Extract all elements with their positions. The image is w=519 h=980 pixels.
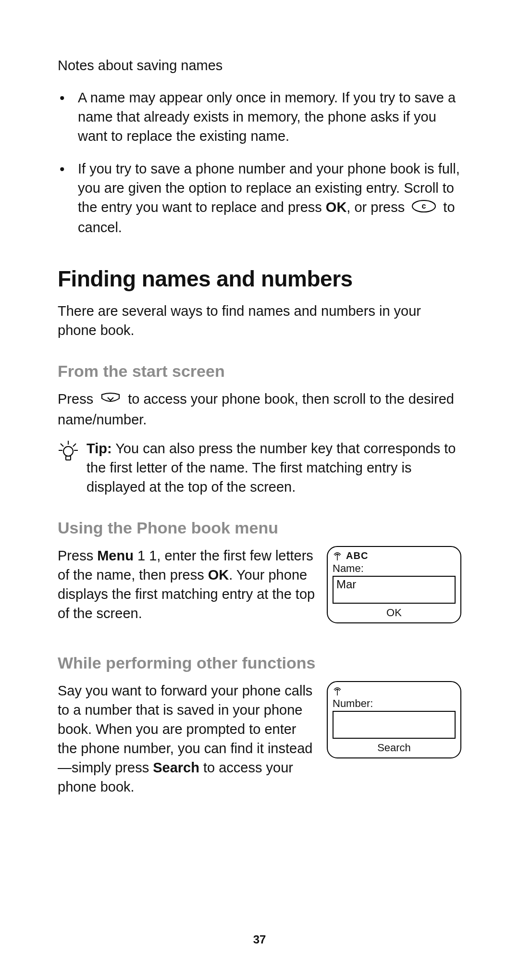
phone-screen-number-entry: Number: Search xyxy=(327,681,461,758)
svg-line-3 xyxy=(61,444,63,447)
list-item: If you try to save a phone number and yo… xyxy=(78,159,461,237)
page-number: 37 xyxy=(0,933,519,946)
softkey-ok: OK xyxy=(333,607,456,619)
subsection-heading-menu: Using the Phone book menu xyxy=(58,519,461,537)
subsection-heading-start: From the start screen xyxy=(58,362,461,381)
antenna-icon xyxy=(333,552,342,560)
nav-down-key-icon xyxy=(100,391,121,410)
notes-list: A name may appear only once in memory. I… xyxy=(58,88,461,237)
text: You can also press the number key that c… xyxy=(86,441,456,495)
phone-screen-name-entry: ABC Name: Mar OK xyxy=(327,546,461,623)
section-intro: There are several ways to find names and… xyxy=(58,301,461,340)
svg-rect-8 xyxy=(66,456,71,460)
menu-para: Press Menu 1 1, enter the first few lett… xyxy=(58,546,315,623)
antenna-icon xyxy=(333,687,342,695)
name-input: Mar xyxy=(333,576,456,604)
tip-block: Tip: You can also press the number key t… xyxy=(58,439,461,496)
number-input xyxy=(333,711,456,739)
notes-heading: Notes about saving names xyxy=(58,58,461,74)
tip-text: Tip: You can also press the number key t… xyxy=(86,439,461,496)
svg-point-7 xyxy=(63,447,73,456)
softkey-search: Search xyxy=(333,742,456,754)
text: , or press xyxy=(346,199,408,215)
svg-text:c: c xyxy=(422,202,426,210)
manual-page: Notes about saving names A name may appe… xyxy=(0,0,519,980)
tip-label: Tip: xyxy=(86,441,112,456)
field-label: Number: xyxy=(333,697,456,710)
section-heading: Finding names and numbers xyxy=(58,266,461,292)
ok-label: OK xyxy=(208,567,229,583)
ok-label: OK xyxy=(326,199,347,215)
input-mode-label: ABC xyxy=(346,550,368,561)
search-label: Search xyxy=(153,760,199,775)
list-item: A name may appear only once in memory. I… xyxy=(78,88,461,146)
other-para: Say you want to forward your phone calls… xyxy=(58,681,315,796)
menu-label: Menu xyxy=(97,548,134,563)
subsection-heading-other: While performing other functions xyxy=(58,654,461,672)
text: Press xyxy=(58,548,97,563)
c-key-icon: c xyxy=(411,198,436,218)
text: Press xyxy=(58,391,97,407)
field-label: Name: xyxy=(333,562,456,575)
svg-line-4 xyxy=(73,444,76,447)
tip-icon xyxy=(58,439,86,465)
start-para: Press to access your phone book, then sc… xyxy=(58,389,461,429)
